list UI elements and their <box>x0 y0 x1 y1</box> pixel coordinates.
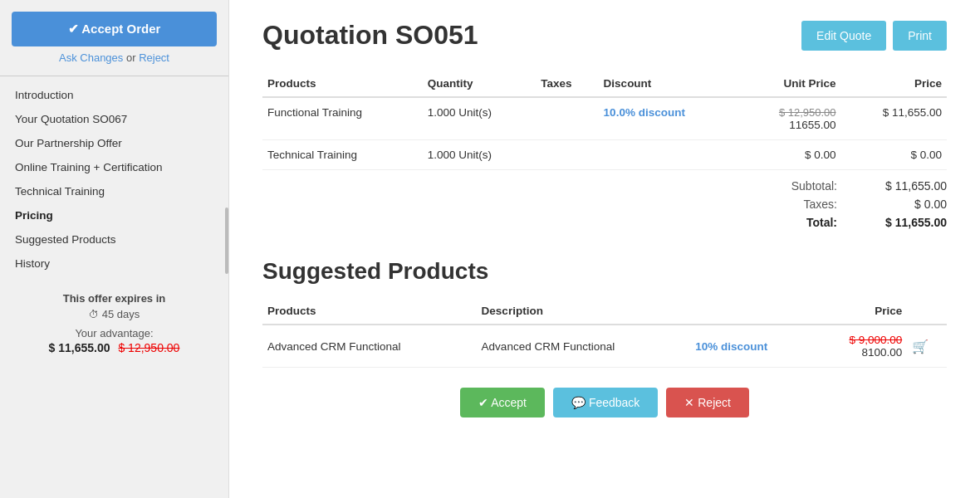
pricing-discount-0: 10.0% discount <box>599 97 739 140</box>
suggested-price-0: $ 9,000.008100.00 <box>813 325 907 368</box>
feedback-button[interactable]: 💬 Feedback <box>553 388 658 417</box>
suggested-description-0: Advanced CRM Functional <box>477 325 691 368</box>
suggested-title-light: Products <box>388 258 488 284</box>
offer-prices: $ 11,655.00 $ 12,950.00 <box>12 341 217 354</box>
suggested-product-0: Advanced CRM Functional <box>262 325 477 368</box>
sidebar-item-our-partnership[interactable]: Our Partnership Offer <box>0 131 228 155</box>
col-discount: Discount <box>599 71 739 97</box>
edit-quote-button[interactable]: Edit Quote <box>801 21 886 51</box>
suggested-discount-link-0[interactable]: 10% discount <box>695 340 767 353</box>
accept-check-icon: ✔ <box>478 396 488 409</box>
title-bold: Quotation <box>262 20 388 50</box>
pricing-row-0: Functional Training1.000 Unit(s)10.0% di… <box>262 97 947 140</box>
suggested-section-title: Suggested Products <box>262 258 947 285</box>
sidebar-divider <box>0 76 228 76</box>
discount-link-0[interactable]: 10.0% discount <box>604 106 685 119</box>
pricing-table-header-row: Products Quantity Taxes Discount Unit Pr… <box>262 71 947 97</box>
accept-order-button[interactable]: ✔ Accept Order <box>12 12 217 46</box>
pricing-unitprice-0: $ 12,950.0011655.00 <box>738 97 840 140</box>
cart-icon-0[interactable]: 🛒 <box>912 339 929 354</box>
unit-price-old-0: $ 12,950.00 <box>779 106 836 119</box>
subtotal-row: Subtotal: $ 11,655.00 <box>262 177 947 195</box>
suggested-cart-0[interactable]: 🛒 <box>907 325 947 368</box>
col-taxes: Taxes <box>536 71 598 97</box>
pricing-taxes-0 <box>536 97 598 140</box>
sugg-col-action <box>907 298 947 325</box>
subtotal-label: Subtotal: <box>764 179 847 193</box>
ask-changes-link[interactable]: Ask Changes <box>59 51 123 64</box>
taxes-row: Taxes: $ 0.00 <box>262 195 947 213</box>
sugg-col-products: Products <box>262 298 477 325</box>
sugg-col-description: Description <box>477 298 691 325</box>
pricing-discount-1 <box>599 140 739 170</box>
offer-days: ⏱ 45 days <box>12 308 217 320</box>
total-value: $ 11,655.00 <box>847 216 947 229</box>
suggested-discount-0: 10% discount <box>690 325 813 368</box>
offer-expiry-title: This offer expires in <box>12 292 217 305</box>
sidebar-item-introduction[interactable]: Introduction <box>0 83 228 107</box>
sidebar-navigation: IntroductionYour Quotation SO067Our Part… <box>0 80 228 279</box>
pricing-product-1: Technical Training <box>262 140 423 170</box>
offer-expiry-panel: This offer expires in ⏱ 45 days Your adv… <box>12 292 217 354</box>
feedback-label: Feedback <box>589 396 639 409</box>
sidebar-item-pricing[interactable]: Pricing <box>0 203 228 227</box>
pricing-table: Products Quantity Taxes Discount Unit Pr… <box>262 71 947 170</box>
print-button[interactable]: Print <box>893 21 947 51</box>
sidebar-item-suggested-products[interactable]: Suggested Products <box>0 227 228 251</box>
advantage-label: Your advantage: <box>12 327 217 339</box>
accept-button[interactable]: ✔ Accept <box>460 388 545 417</box>
pricing-price-0: $ 11,655.00 <box>841 97 947 140</box>
sidebar-item-technical-training[interactable]: Technical Training <box>0 179 228 203</box>
total-row: Total: $ 11,655.00 <box>262 213 947 232</box>
suggested-row-0: Advanced CRM FunctionalAdvanced CRM Func… <box>262 325 947 368</box>
accept-label: Accept <box>491 396 527 409</box>
sidebar-item-history[interactable]: History <box>0 251 228 276</box>
suggested-products-table: Products Description Price Advanced CRM … <box>262 298 947 368</box>
page-title: Quotation SO051 <box>262 20 478 51</box>
reject-x-icon: ✕ <box>684 396 694 409</box>
suggested-title-bold: Suggested <box>262 258 381 284</box>
pricing-taxes-1 <box>536 140 598 170</box>
feedback-chat-icon: 💬 <box>571 396 586 409</box>
col-products: Products <box>262 71 423 97</box>
scroll-indicator <box>225 208 228 274</box>
main-content: Quotation SO051 Edit Quote Print Product… <box>229 0 980 498</box>
sidebar-item-your-quotation[interactable]: Your Quotation SO067 <box>0 107 228 131</box>
reject-button[interactable]: ✕ Reject <box>666 388 749 417</box>
suggested-header-row: Products Description Price <box>262 298 947 325</box>
pricing-row-1: Technical Training1.000 Unit(s)$ 0.00$ 0… <box>262 140 947 170</box>
pricing-product-0: Functional Training <box>262 97 423 140</box>
col-price: Price <box>841 71 947 97</box>
action-buttons: ✔ Accept 💬 Feedback ✕ Reject <box>262 388 947 417</box>
reject-link[interactable]: Reject <box>139 51 169 64</box>
offer-price-main: $ 11,655.00 <box>49 341 110 354</box>
col-quantity: Quantity <box>423 71 537 97</box>
taxes-value: $ 0.00 <box>847 198 947 211</box>
sidebar-item-online-training[interactable]: Online Training + Certification <box>0 155 228 179</box>
col-unit-price: Unit Price <box>738 71 840 97</box>
page-header: Quotation SO051 Edit Quote Print <box>262 20 947 51</box>
pricing-quantity-1: 1.000 Unit(s) <box>423 140 537 170</box>
clock-icon: ⏱ <box>89 309 99 320</box>
suggested-price-old-0: $ 9,000.00 <box>849 334 902 346</box>
sugg-col-price: Price <box>813 298 907 325</box>
totals-section: Subtotal: $ 11,655.00 Taxes: $ 0.00 Tota… <box>262 177 947 232</box>
sugg-col-discount <box>690 298 813 325</box>
sidebar: ✔ Accept Order Ask Changes or Reject Int… <box>0 0 229 498</box>
subtotal-value: $ 11,655.00 <box>847 179 947 193</box>
title-light: SO051 <box>395 20 478 50</box>
header-buttons: Edit Quote Print <box>801 21 947 51</box>
taxes-label: Taxes: <box>764 198 847 211</box>
offer-price-old: $ 12,950.00 <box>118 341 179 354</box>
pricing-unitprice-1: $ 0.00 <box>738 140 840 170</box>
pricing-quantity-0: 1.000 Unit(s) <box>423 97 537 140</box>
pricing-price-1: $ 0.00 <box>841 140 947 170</box>
reject-label: Reject <box>698 396 731 409</box>
total-label: Total: <box>764 216 847 229</box>
sidebar-action-links: Ask Changes or Reject <box>0 51 228 64</box>
or-separator: or <box>126 51 139 64</box>
